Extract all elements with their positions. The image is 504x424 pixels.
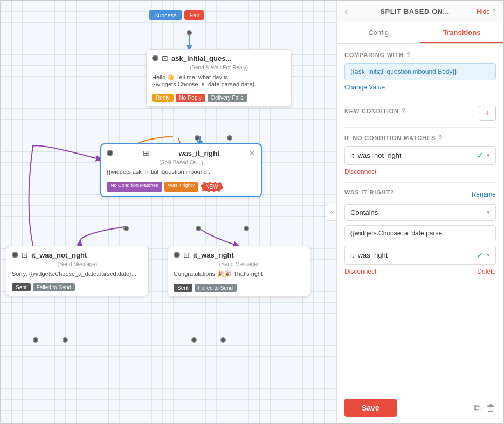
panel-title: SPLIT BASED ON... <box>353 8 477 16</box>
comparing-value: {{ask_initial_question.inbound.Body}} <box>344 63 496 80</box>
panel-header: ‹ SPLIT BASED ON... Hide ? <box>337 1 503 23</box>
not-right-tags: Sent Failed to Send <box>6 281 148 296</box>
new-condition-label: NEW CONDITION ? <box>344 107 406 115</box>
panel-content: COMPARING WITH ? {{ask_initial_question.… <box>337 44 503 392</box>
message-icon: ⊡ <box>162 54 168 62</box>
success-button[interactable]: Success <box>149 10 182 20</box>
connector-dot-no-condition <box>123 226 129 231</box>
tag-no-condition[interactable]: No Condition Matches <box>107 182 162 192</box>
connector-dot-not-right-left <box>33 337 38 343</box>
canvas-area[interactable]: Success Fail ⊡ ask_initial_ques... (Send… <box>1 1 336 423</box>
connector-dot-was-right <box>196 226 201 231</box>
connector-dot-ask-right <box>227 135 232 141</box>
ask-initial-tags: Reply No Reply Delivery Fails <box>147 92 291 106</box>
operator-chevron: ▾ <box>487 209 490 216</box>
was-it-right-node: ⊞ was_it_right ✕ (Split Based On...) {{w… <box>100 143 262 197</box>
tag-reply[interactable]: Reply <box>152 94 174 102</box>
divider-2 <box>344 127 496 128</box>
divider-1 <box>344 99 496 99</box>
comparing-with-label: COMPARING WITH ? <box>344 51 496 59</box>
right-panel: ‹ SPLIT BASED ON... Hide ? Config Transi… <box>336 1 503 423</box>
tag-delivery-fails[interactable]: Delivery Fails <box>208 94 247 102</box>
if-no-condition-label: IF NO CONDITION MATCHES ? <box>344 134 496 142</box>
node-dot-was-right <box>107 150 113 156</box>
no-condition-help-icon[interactable]: ? <box>438 134 443 142</box>
not-right-node: ⊡ it_was_not_right (Send Message) Sorry,… <box>6 246 149 296</box>
disconnect-was-right-link[interactable]: Disconnect <box>344 268 376 275</box>
connector-dot-new <box>244 226 249 231</box>
was-it-right-section-header: WAS IT RIGHT? Rename <box>344 189 496 200</box>
green-check-was-right: ✓ <box>477 250 484 260</box>
operator-dropdown[interactable]: Contains ▾ <box>344 204 496 221</box>
not-right-content: Sorry, {{widgets.Choose_a_date.parsed.da… <box>6 270 148 281</box>
tag-new[interactable]: NEW <box>201 182 223 192</box>
fail-button[interactable]: Fail <box>184 10 205 20</box>
tag-no-reply[interactable]: No Reply <box>176 94 205 102</box>
not-right-title: it_was_not_right <box>31 251 87 259</box>
was-right-node-selector[interactable]: it_was_right ✓ ▾ <box>344 246 496 265</box>
delete-was-right-link[interactable]: Delete <box>477 268 496 275</box>
was-right-title: was_it_right <box>178 149 219 157</box>
tag-sent-it-right[interactable]: Sent <box>174 284 192 292</box>
connector-dot-it-right-right <box>220 337 226 343</box>
success-fail-buttons[interactable]: Success Fail <box>149 10 204 20</box>
msg-icon-not-right: ⊡ <box>22 251 28 259</box>
node-dot <box>152 55 158 61</box>
condition-value-input[interactable]: {{widgets.Choose_a_date.parse <box>344 225 496 241</box>
connector-dot-it-right-left <box>191 337 197 343</box>
green-check-no-condition: ✓ <box>477 150 484 161</box>
panel-help-icon[interactable]: ? <box>492 8 496 16</box>
panel-tabs: Config Transitions <box>337 23 503 44</box>
new-condition-section: NEW CONDITION ? + <box>344 106 496 121</box>
disconnect-no-condition-link[interactable]: Disconnect <box>344 168 496 176</box>
collapse-panel-btn[interactable]: « <box>327 204 336 221</box>
comparing-help-icon[interactable]: ? <box>406 51 411 59</box>
not-right-header: ⊡ it_was_not_right <box>6 246 148 261</box>
tab-config[interactable]: Config <box>337 23 420 43</box>
was-right-tags: No Condition Matches Was it right? NEW <box>101 179 261 196</box>
it-right-node: ⊡ it_was_right (Send Message) Congratula… <box>168 246 310 297</box>
node-dot-it-right <box>174 252 180 258</box>
was-right-subtitle: (Split Based On...) <box>101 159 261 165</box>
panel-footer: Save ⧉ 🗑 <box>337 392 503 423</box>
was-right-header: ⊞ was_it_right ✕ <box>101 144 261 159</box>
panel-hide-btn[interactable]: Hide <box>477 8 490 16</box>
rename-link[interactable]: Rename <box>472 191 496 198</box>
connector-dot-ask-bottom <box>195 135 200 141</box>
ask-initial-content: Hello 👋 Tell me, what day is {{widgets.C… <box>147 74 291 92</box>
it-right-subtitle: (Send Message) <box>168 261 310 267</box>
panel-back-btn[interactable]: ‹ <box>344 6 348 17</box>
new-condition-help-icon[interactable]: ? <box>402 107 406 115</box>
was-right-content: {{widgets.ask_initial_question.inbound..… <box>101 169 261 179</box>
ask-initial-title: ask_initial_ques... <box>171 54 231 62</box>
new-condition-btn[interactable]: + <box>479 106 496 121</box>
tag-was-it[interactable]: Was it right? <box>164 182 199 192</box>
tab-transitions[interactable]: Transitions <box>420 23 504 43</box>
connector-dot-top <box>187 30 192 36</box>
it-right-tags: Sent Failed to Send <box>168 282 310 296</box>
ask-initial-node: ⊡ ask_initial_ques... (Send & Wait For R… <box>146 49 292 107</box>
chevron-was-right: ▾ <box>487 252 490 259</box>
disconnect-delete-row: Disconnect Delete <box>344 268 496 275</box>
close-was-right-btn[interactable]: ✕ <box>249 149 256 157</box>
was-right-selector-right: ✓ ▾ <box>477 250 490 260</box>
change-value-link[interactable]: Change Value <box>344 84 496 91</box>
copy-icon[interactable]: ⧉ <box>474 402 481 414</box>
tag-sent-not-right[interactable]: Sent <box>12 283 31 291</box>
divider-3 <box>344 182 496 183</box>
node-dot-not-right <box>12 252 18 258</box>
ask-initial-subtitle: (Send & Wait For Reply) <box>147 65 291 71</box>
tag-failed-it-right[interactable]: Failed to Send <box>195 284 237 292</box>
save-button[interactable]: Save <box>344 399 397 417</box>
no-condition-selector-right: ✓ ▾ <box>477 150 490 161</box>
connector-dot-not-right-right <box>63 337 68 343</box>
trash-icon[interactable]: 🗑 <box>486 402 496 414</box>
footer-icons: ⧉ 🗑 <box>474 402 496 414</box>
tag-failed-not-right[interactable]: Failed to Send <box>33 283 75 291</box>
chevron-no-condition: ▾ <box>487 152 490 159</box>
it-right-header: ⊡ it_was_right <box>168 246 310 261</box>
it-right-content: Congratulations 🎉🎉 That's right <box>168 270 310 282</box>
no-condition-node-selector[interactable]: it_was_not_right ✓ ▾ <box>344 146 496 165</box>
was-it-right-label: WAS IT RIGHT? <box>344 189 394 196</box>
split-icon: ⊞ <box>143 149 149 157</box>
